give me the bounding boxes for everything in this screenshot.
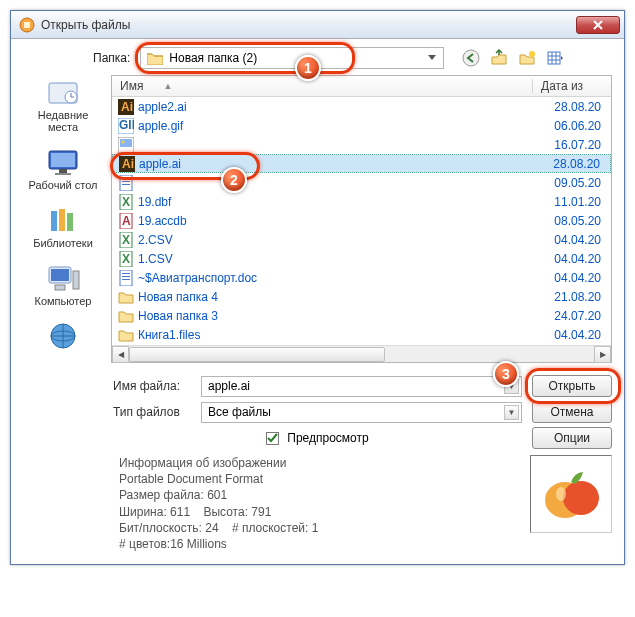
place-desktop[interactable]: Рабочий стол <box>28 147 97 191</box>
view-icon[interactable] <box>544 47 566 69</box>
file-date: 08.05.20 <box>533 214 611 228</box>
filename-input[interactable]: apple.ai ▼ <box>201 376 522 397</box>
file-type-icon: GIF <box>118 118 134 134</box>
desktop-icon <box>45 147 81 177</box>
folder-icon <box>147 51 163 65</box>
file-name: 2.CSV <box>138 233 533 247</box>
filetype-dropdown[interactable]: Все файлы ▼ <box>201 402 522 423</box>
svg-rect-36 <box>122 184 130 185</box>
file-row[interactable]: Aiapple.ai28.08.20 <box>112 154 611 173</box>
file-name: apple.ai <box>139 157 532 171</box>
places-sidebar: Недавние места Рабочий стол Библиотеки К… <box>23 75 103 363</box>
place-label: Библиотеки <box>33 237 93 249</box>
file-row[interactable]: ~$Авиатранспорт.doc04.04.20 <box>112 268 611 287</box>
file-type-icon: X <box>118 232 134 248</box>
svg-rect-21 <box>55 285 65 290</box>
file-row[interactable]: GIFapple.gif06.06.20 <box>112 116 611 135</box>
place-computer[interactable]: Компьютер <box>35 263 92 307</box>
file-date: 11.01.20 <box>533 195 611 209</box>
file-row[interactable]: Новая папка 324.07.20 <box>112 306 611 325</box>
svg-rect-12 <box>51 153 75 167</box>
file-date: 21.08.20 <box>533 290 611 304</box>
file-row[interactable]: Книга1.files04.04.20 <box>112 325 611 344</box>
filetype-label: Тип файлов <box>113 405 191 419</box>
window-title: Открыть файлы <box>41 18 576 32</box>
svg-rect-34 <box>122 178 130 179</box>
horizontal-scrollbar[interactable]: ◀ ▶ <box>112 345 611 362</box>
svg-rect-46 <box>122 273 130 274</box>
preview-label: Предпросмотр <box>287 431 368 445</box>
info-format: Portable Document Format <box>119 471 514 487</box>
file-type-icon <box>118 270 134 286</box>
file-name: Книга1.files <box>138 328 533 342</box>
file-row[interactable]: X2.CSV04.04.20 <box>112 230 611 249</box>
place-libraries[interactable]: Библиотеки <box>33 205 93 249</box>
scroll-track[interactable] <box>129 346 594 363</box>
file-row[interactable]: A19.accdb08.05.20 <box>112 211 611 230</box>
svg-rect-20 <box>73 271 79 289</box>
place-label: Недавние места <box>23 109 103 133</box>
chevron-down-icon: ▼ <box>504 379 519 394</box>
scroll-left-button[interactable]: ◀ <box>112 346 129 363</box>
file-type-icon <box>118 308 134 324</box>
svg-point-2 <box>463 50 479 66</box>
open-file-dialog: Открыть файлы Папка: Новая папка (2) <box>10 10 625 565</box>
file-rows[interactable]: Aiapple2.ai28.08.20GIFapple.gif06.06.201… <box>112 97 611 345</box>
cancel-button[interactable]: Отмена <box>532 401 612 423</box>
svg-text:X: X <box>122 195 130 209</box>
toolbar-icons <box>460 47 566 69</box>
file-row[interactable]: Новая папка 421.08.20 <box>112 287 611 306</box>
file-row[interactable]: 16.07.20 <box>112 135 611 154</box>
scroll-thumb[interactable] <box>129 347 385 362</box>
close-button[interactable] <box>576 16 620 34</box>
up-icon[interactable] <box>488 47 510 69</box>
new-folder-icon[interactable] <box>516 47 538 69</box>
file-row[interactable]: X1.CSV04.04.20 <box>112 249 611 268</box>
recent-icon <box>45 77 81 107</box>
preview-thumbnail <box>530 455 612 533</box>
svg-rect-17 <box>67 213 73 231</box>
file-type-icon: Ai <box>118 99 134 115</box>
file-type-icon: X <box>118 194 134 210</box>
network-icon <box>45 321 81 351</box>
file-date: 28.08.20 <box>533 100 611 114</box>
svg-rect-4 <box>548 52 560 64</box>
file-row[interactable]: 09.05.20 <box>112 173 611 192</box>
column-date[interactable]: Дата из <box>533 79 611 93</box>
file-row[interactable]: X19.dbf11.01.20 <box>112 192 611 211</box>
svg-text:X: X <box>122 233 130 247</box>
open-button[interactable]: Открыть <box>532 375 612 397</box>
file-type-icon <box>118 137 134 153</box>
svg-rect-13 <box>59 169 67 173</box>
column-name[interactable]: Имя▲ <box>112 79 533 93</box>
info-heading: Информация об изображении <box>119 455 514 471</box>
file-row[interactable]: Aiapple2.ai28.08.20 <box>112 97 611 116</box>
options-button[interactable]: Опции <box>532 427 612 449</box>
svg-point-30 <box>122 140 125 143</box>
file-name: 1.CSV <box>138 252 533 266</box>
computer-icon <box>45 263 81 293</box>
file-date: 24.07.20 <box>533 309 611 323</box>
folder-dropdown[interactable]: Новая папка (2) <box>140 47 444 69</box>
scroll-right-button[interactable]: ▶ <box>594 346 611 363</box>
preview-checkbox[interactable] <box>266 432 279 445</box>
app-icon <box>19 17 35 33</box>
chevron-down-icon: ▼ <box>504 405 519 420</box>
form-area: Имя файла: apple.ai ▼ Открыть Тип файлов… <box>23 373 612 425</box>
file-type-icon: A <box>118 213 134 229</box>
file-name: ~$Авиатранспорт.doc <box>138 271 533 285</box>
svg-text:X: X <box>122 252 130 266</box>
file-date: 04.04.20 <box>533 328 611 342</box>
back-icon[interactable] <box>460 47 482 69</box>
svg-point-51 <box>556 487 566 501</box>
libraries-icon <box>45 205 81 235</box>
svg-text:A: A <box>122 214 131 228</box>
file-name: 19.accdb <box>138 214 533 228</box>
place-network[interactable] <box>45 321 81 351</box>
svg-rect-15 <box>51 211 57 231</box>
image-info: Информация об изображении Portable Docum… <box>23 455 612 552</box>
place-label: Рабочий стол <box>28 179 97 191</box>
body-row: Недавние места Рабочий стол Библиотеки К… <box>23 75 612 363</box>
place-recent[interactable]: Недавние места <box>23 77 103 133</box>
svg-rect-14 <box>55 173 71 175</box>
